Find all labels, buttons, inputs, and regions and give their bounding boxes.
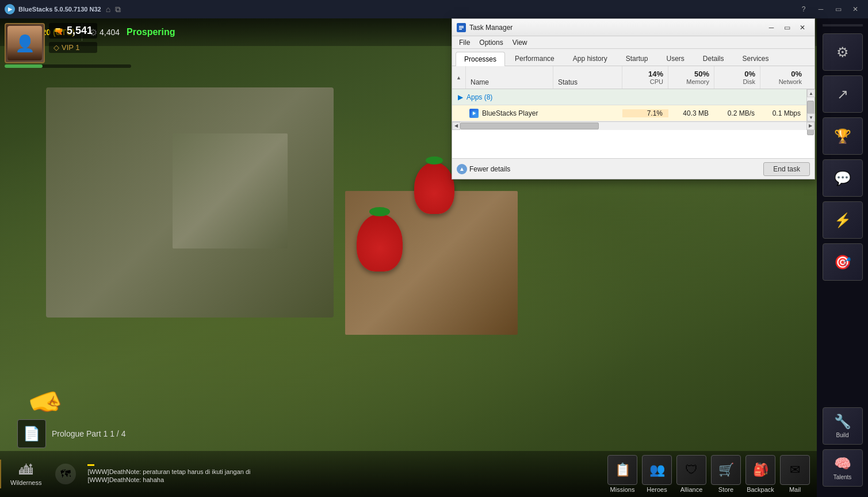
build-label: Build bbox=[836, 432, 848, 438]
build-button[interactable]: 🔧 Build bbox=[823, 407, 863, 445]
tm-restore-button[interactable]: ▭ bbox=[779, 21, 794, 34]
tm-menu-file[interactable]: File bbox=[454, 36, 475, 48]
h-scroll-thumb[interactable] bbox=[460, 123, 599, 129]
tm-menubar: File Options View bbox=[452, 36, 815, 49]
mail-icon: ✉ bbox=[780, 455, 810, 485]
col-cpu-header[interactable]: 14%CPU bbox=[622, 66, 668, 89]
sidebar-trophy-button[interactable]: 🏆 bbox=[823, 117, 863, 155]
tm-close-button[interactable]: ✕ bbox=[795, 21, 810, 34]
tm-table-body: ▲ ▼ ▶ Apps (8) bbox=[452, 89, 815, 121]
tab-processes[interactable]: Processes bbox=[456, 52, 505, 66]
tab-startup[interactable]: Startup bbox=[617, 51, 657, 66]
minimize-button[interactable]: ─ bbox=[813, 1, 829, 17]
h-scroll-left-button[interactable]: ◀ bbox=[452, 122, 460, 130]
chat-bar-indicator bbox=[87, 464, 94, 466]
col-network-header[interactable]: 0%Network bbox=[760, 66, 806, 89]
player-power: 🔫 5,541 bbox=[49, 23, 97, 39]
sidebar-divider-top bbox=[823, 24, 863, 26]
fewer-details-icon: ▲ bbox=[457, 164, 467, 174]
bottom-bar: 🏙 Wilderness 🗺 [WWW]DeathNote: peraturan… bbox=[0, 451, 817, 497]
tab-performance[interactable]: Performance bbox=[506, 51, 563, 66]
map-icon: 🗺 bbox=[60, 468, 71, 480]
store-button[interactable]: 🛒 Store bbox=[711, 455, 741, 493]
sidebar-share-button[interactable]: ↗ bbox=[823, 75, 863, 113]
tab-details[interactable]: Details bbox=[694, 51, 733, 66]
sidebar-extra2-button[interactable]: 🎯 bbox=[823, 243, 863, 281]
process-cpu-cell: 7.1% bbox=[622, 109, 668, 117]
process-name-cell: BlueStacks Player bbox=[452, 109, 553, 118]
tab-services[interactable]: Services bbox=[734, 51, 778, 66]
tm-menu-view[interactable]: View bbox=[508, 36, 532, 48]
tm-vertical-scrollbar[interactable]: ▲ ▼ bbox=[806, 89, 815, 121]
svg-rect-1 bbox=[459, 26, 464, 27]
tab-app-history[interactable]: App history bbox=[564, 51, 616, 66]
heroes-button[interactable]: 👥 Heroes bbox=[642, 455, 672, 493]
h-scroll-right-button[interactable]: ▶ bbox=[806, 122, 815, 130]
tm-content: ▲ Name Status 14%CPU 50%Memory 0%Disk 0%… bbox=[452, 66, 815, 158]
missions-icon: 📋 bbox=[607, 455, 637, 485]
bottom-actions: 📋 Missions 👥 Heroes 🛡 Alliance 🛒 Store 🎒… bbox=[607, 455, 817, 493]
col-status-header: Status bbox=[553, 66, 622, 89]
settings-icon: ⚙ bbox=[836, 44, 849, 60]
svg-rect-3 bbox=[459, 29, 462, 30]
col-name-header[interactable]: Name bbox=[466, 66, 553, 89]
tm-minimize-button[interactable]: ─ bbox=[764, 21, 779, 34]
tab-users[interactable]: Users bbox=[657, 51, 693, 66]
alliance-icon: 🛡 bbox=[676, 455, 706, 485]
maximize-button[interactable]: ▭ bbox=[830, 1, 846, 17]
help-button[interactable]: ? bbox=[796, 1, 812, 17]
mail-button[interactable]: ✉ Mail bbox=[780, 455, 810, 493]
bluestacks-app-icon bbox=[469, 109, 479, 118]
wilderness-label: Wilderness bbox=[10, 479, 41, 486]
process-network-cell: 0.1 Mbps bbox=[760, 109, 806, 117]
home-icon[interactable]: ⌂ bbox=[106, 5, 110, 14]
tm-footer: ▲ Fewer details End task bbox=[452, 158, 815, 179]
tm-tabbar: Processes Performance App history Startu… bbox=[452, 49, 815, 66]
svg-rect-2 bbox=[459, 27, 464, 28]
backpack-button[interactable]: 🎒 Backpack bbox=[745, 455, 775, 493]
close-button[interactable]: ✕ bbox=[847, 1, 863, 17]
prologue-note[interactable]: 📄 Prologue Part 1 1 / 4 bbox=[17, 419, 125, 448]
tomato-marker-1 bbox=[414, 162, 454, 214]
map-button[interactable]: 🗺 bbox=[55, 464, 76, 484]
bluestacks-title: BlueStacks 5.0.50.7130 N32 bbox=[18, 6, 101, 13]
sidebar-extra1-button[interactable]: ⚡ bbox=[823, 201, 863, 239]
backpack-label: Backpack bbox=[747, 486, 774, 493]
bluestacks-process-row[interactable]: BlueStacks Player 7.1% 40.3 MB 0.2 MB/s … bbox=[452, 105, 815, 121]
power-value: 5,541 bbox=[67, 25, 93, 37]
note-icon: 📄 bbox=[17, 419, 46, 448]
tm-title-text: Task Manager bbox=[469, 24, 764, 32]
extra1-icon: ⚡ bbox=[834, 212, 851, 228]
player-avatar[interactable]: 👤 bbox=[5, 23, 45, 63]
col-disk-header[interactable]: 0%Disk bbox=[714, 66, 760, 89]
tm-menu-options[interactable]: Options bbox=[475, 36, 507, 48]
vip-label: VIP 1 bbox=[62, 43, 80, 52]
sidebar-chat-button[interactable]: 💬 bbox=[823, 159, 863, 197]
wilderness-button[interactable]: 🏙 Wilderness bbox=[0, 460, 51, 488]
col-memory-header[interactable]: 50%Memory bbox=[668, 66, 714, 89]
scroll-up-button[interactable]: ▲ bbox=[807, 89, 815, 97]
heroes-label: Heroes bbox=[647, 486, 667, 493]
missions-button[interactable]: 📋 Missions bbox=[607, 455, 637, 493]
apps-section-label: ▶ Apps (8) bbox=[452, 93, 553, 101]
apps-expand-icon[interactable]: ▶ bbox=[458, 93, 463, 101]
col-sort-arrow[interactable]: ▲ bbox=[452, 66, 466, 89]
sidebar-settings-button[interactable]: ⚙ bbox=[823, 33, 863, 71]
fewer-details-button[interactable]: ▲ Fewer details bbox=[457, 164, 510, 174]
share-icon: ↗ bbox=[837, 86, 848, 102]
right-sidebar: ⚙ ↗ 🏆 💬 ⚡ 🎯 🔧 Build 🧠 Talents bbox=[817, 18, 868, 497]
tm-titlebar: Task Manager ─ ▭ ✕ bbox=[452, 19, 815, 36]
chat-message-2: [WWW]DeathNote: hahaha bbox=[87, 476, 601, 483]
tm-horizontal-scrollbar: ◀ ▶ bbox=[452, 121, 815, 129]
alliance-button[interactable]: 🛡 Alliance bbox=[676, 455, 706, 493]
process-disk-cell: 0.2 MB/s bbox=[714, 109, 760, 117]
trophy-icon: 🏆 bbox=[834, 128, 851, 144]
scroll-down-button[interactable]: ▼ bbox=[807, 113, 815, 121]
building-secondary bbox=[173, 133, 288, 248]
copy-icon[interactable]: ⧉ bbox=[115, 5, 121, 14]
bluestacks-logo-icon: ▶ bbox=[5, 4, 15, 14]
end-task-button[interactable]: End task bbox=[763, 162, 810, 176]
backpack-icon: 🎒 bbox=[745, 455, 775, 485]
talents-button[interactable]: 🧠 Talents bbox=[823, 449, 863, 487]
mail-label: Mail bbox=[789, 486, 801, 493]
